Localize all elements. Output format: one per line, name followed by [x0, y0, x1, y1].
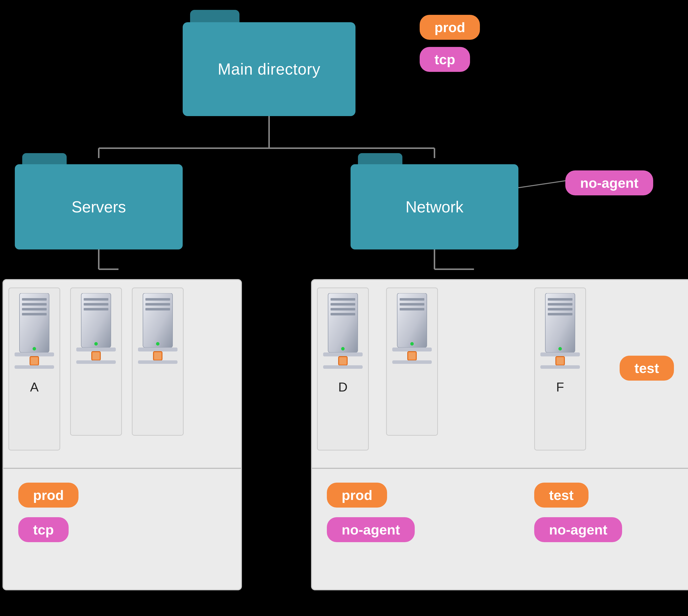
server-a-icon [15, 293, 54, 377]
tag-prod-servers: prod [18, 483, 78, 508]
tag-prod-top: prod [420, 15, 480, 40]
svg-rect-45 [323, 352, 363, 356]
server-a-label: A [30, 380, 39, 394]
svg-rect-32 [145, 303, 170, 306]
svg-rect-19 [31, 357, 38, 364]
svg-rect-62 [548, 313, 572, 315]
servers-folder[interactable]: Servers [15, 153, 183, 249]
svg-rect-56 [409, 352, 415, 359]
server-b-container [70, 287, 122, 436]
servers-divider [3, 468, 241, 469]
svg-rect-11 [20, 293, 49, 352]
servers-group-container: A [2, 279, 242, 590]
svg-rect-48 [323, 365, 363, 369]
tag-noagent-d-label: no-agent [327, 517, 415, 542]
tag-test-f: test [534, 483, 589, 508]
svg-rect-47 [339, 357, 346, 364]
network-folder[interactable]: Network [350, 153, 519, 249]
tag-tcp-top: tcp [420, 47, 470, 72]
svg-point-53 [410, 342, 414, 346]
tag-noagent-f-label: no-agent [534, 517, 622, 542]
tag-test-right-label: test [620, 356, 674, 381]
tag-no-agent-right-label: no-agent [565, 171, 653, 195]
server-d-container: D [317, 287, 369, 450]
svg-rect-42 [330, 308, 355, 310]
server-c-container [132, 287, 184, 436]
svg-rect-64 [541, 352, 580, 356]
svg-rect-37 [154, 352, 161, 359]
server-b-icon [76, 293, 116, 372]
tag-prod-top-label: prod [420, 15, 480, 40]
main-directory-label: Main directory [218, 60, 320, 78]
network-folder-label: Network [406, 198, 464, 216]
svg-rect-22 [84, 298, 108, 301]
svg-rect-38 [138, 360, 178, 364]
tag-tcp-servers-label: tcp [18, 517, 69, 542]
svg-rect-35 [138, 348, 178, 351]
svg-rect-15 [22, 313, 47, 315]
svg-rect-17 [15, 352, 54, 356]
svg-point-16 [32, 347, 36, 351]
server-f-label: F [556, 380, 564, 394]
svg-rect-41 [330, 303, 355, 306]
tag-no-agent-right: no-agent [565, 171, 653, 195]
server-e-container [386, 287, 438, 436]
svg-rect-21 [81, 293, 111, 348]
svg-rect-33 [145, 308, 170, 310]
server-c-icon [138, 293, 178, 372]
servers-folder-body: Servers [15, 164, 183, 249]
tag-test-right: test [620, 356, 674, 381]
svg-rect-29 [76, 360, 116, 364]
network-folder-body: Network [350, 164, 519, 249]
svg-rect-66 [557, 357, 564, 364]
svg-rect-57 [392, 360, 432, 364]
svg-rect-40 [330, 298, 355, 301]
svg-rect-59 [548, 298, 572, 301]
server-d-label: D [338, 380, 348, 394]
tag-prod-servers-label: prod [18, 483, 78, 508]
svg-rect-43 [330, 313, 355, 315]
svg-point-63 [558, 347, 562, 351]
server-f-container: F [534, 287, 586, 450]
server-d-icon [323, 293, 363, 377]
tag-noagent-d: no-agent [327, 517, 415, 542]
svg-rect-30 [143, 293, 173, 348]
svg-rect-28 [93, 352, 99, 359]
svg-point-25 [94, 342, 98, 346]
svg-rect-39 [328, 293, 358, 352]
tag-tcp-top-label: tcp [420, 47, 470, 72]
svg-rect-51 [400, 303, 425, 306]
tag-test-f-label: test [534, 483, 589, 508]
tag-prod-d: prod [327, 483, 387, 508]
svg-rect-24 [84, 308, 108, 310]
svg-point-34 [156, 342, 159, 346]
svg-rect-49 [397, 293, 427, 348]
tag-noagent-f: no-agent [534, 517, 622, 542]
svg-point-44 [341, 347, 345, 351]
tag-prod-d-label: prod [327, 483, 387, 508]
svg-rect-23 [84, 303, 108, 306]
network-divider [312, 468, 688, 469]
server-f-icon [541, 293, 580, 377]
svg-rect-60 [548, 303, 572, 306]
svg-rect-50 [400, 298, 425, 301]
svg-rect-14 [22, 308, 47, 310]
svg-rect-20 [15, 365, 54, 369]
folder-body: Main directory [183, 22, 356, 116]
server-a-container: A [8, 287, 60, 450]
svg-rect-26 [76, 348, 116, 351]
main-directory-folder[interactable]: Main directory [183, 10, 356, 116]
network-group-container: D [311, 279, 688, 590]
servers-folder-label: Servers [72, 198, 126, 216]
svg-rect-31 [145, 298, 170, 301]
svg-rect-61 [548, 308, 572, 310]
svg-rect-12 [22, 298, 47, 301]
svg-rect-58 [545, 293, 575, 352]
svg-rect-13 [22, 303, 47, 306]
svg-rect-67 [541, 365, 580, 369]
svg-rect-54 [392, 348, 432, 351]
svg-rect-52 [400, 308, 425, 310]
server-e-icon [392, 293, 432, 372]
tag-tcp-servers: tcp [18, 517, 69, 542]
